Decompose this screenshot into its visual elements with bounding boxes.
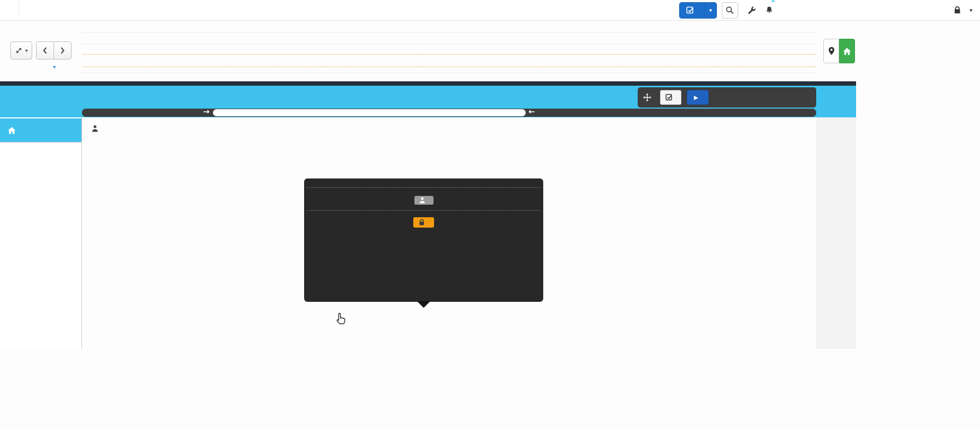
optimization-horizon-bar: → ← [82,109,816,117]
optimizer-label [643,93,655,102]
date-link[interactable]: ▾ [50,62,56,70]
timeline-header: ▾ ▾ [0,21,980,81]
multi-select-main[interactable] [680,3,704,18]
map-pin-icon [827,46,836,56]
run-button[interactable]: ▶ [687,90,709,105]
tooltip-arrow [417,301,430,308]
wind-gridline [82,32,816,33]
header-divider-strip [0,81,856,86]
tooltip-separator [306,210,541,211]
notifications-button[interactable] [765,5,774,15]
wind-threshold-line [82,54,816,55]
home-icon [7,126,16,135]
user-menu[interactable]: ▾ [954,6,972,14]
logo-separator [19,0,19,21]
select-all-candidates-button[interactable] [660,90,681,105]
lock-icon [419,219,425,226]
prev-period-button[interactable] [36,41,54,59]
checkbox-check-icon [666,94,673,101]
checkbox-check-icon [686,7,694,14]
chevron-down-icon: ▾ [53,64,56,70]
wrench-icon [747,5,756,15]
chevron-down-icon: ▾ [970,7,972,13]
task-tooltip [304,178,543,302]
play-icon: ▶ [694,94,698,100]
person-icon [419,197,425,204]
map-pin-button[interactable] [823,39,839,63]
assignee-label-column [0,117,82,349]
group-header-france[interactable] [0,118,81,142]
optimization-horizon-pill[interactable] [213,109,526,116]
horizon-end-arrow-icon: ← [528,107,535,116]
home-view-button[interactable] [839,39,855,63]
wind-threshold-line [82,67,816,67]
map-toggle-group [823,39,855,63]
bell-icon [765,5,774,15]
assignees-count [92,125,102,132]
tooltip-assignee-badge [414,196,433,205]
expand-diagonal-icon [15,46,23,55]
zoom-range-button[interactable]: ▾ [10,41,32,59]
search-button[interactable] [722,2,738,19]
chevron-down-icon: ▾ [25,47,28,53]
chevron-down-icon: ▾ [709,7,712,13]
next-period-button[interactable] [54,41,72,59]
multi-select-button[interactable]: ▾ [679,2,717,19]
main-stage: ▾ ▾ [0,21,980,429]
version-badge [771,1,775,2]
tooltip-separator [306,187,541,188]
optimizer-panel: ▶ [638,87,816,108]
navbar-right: ▾ ▾ [679,2,980,19]
optimization-constraint-badge [413,217,434,228]
horizon-start-arrow-icon: → [203,107,210,116]
multi-select-caret[interactable]: ▾ [704,3,716,18]
wind-gridline [82,44,816,44]
optimizer-move-icon [643,93,651,102]
chevron-left-icon [41,46,49,55]
settings-button[interactable] [747,5,756,15]
wind-gridline [82,73,816,73]
search-icon [725,5,734,15]
home-icon [842,47,852,56]
top-navbar: ▾ ▾ [0,0,980,21]
lock-icon [954,6,961,14]
chevron-right-icon [59,46,66,55]
person-icon [92,125,98,132]
